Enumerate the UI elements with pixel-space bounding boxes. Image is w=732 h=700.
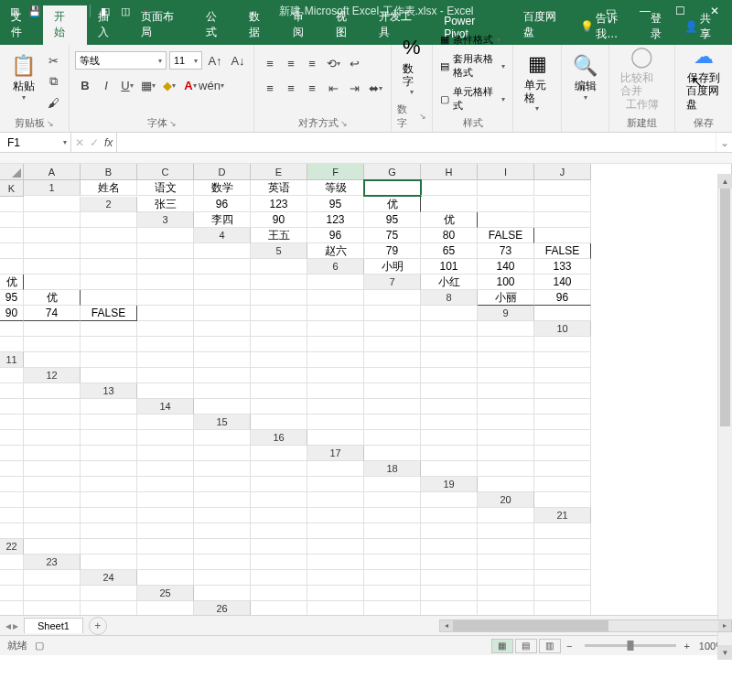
cell[interactable] [137, 523, 194, 539]
cell[interactable] [478, 180, 534, 196]
cell[interactable] [194, 508, 251, 523]
orientation-icon[interactable]: ⟲▾ [323, 53, 343, 73]
row-header[interactable]: 4 [194, 228, 251, 243]
cell[interactable]: 优 [0, 275, 24, 290]
column-header[interactable]: D [194, 164, 251, 180]
cell[interactable] [81, 212, 137, 228]
cell[interactable] [534, 539, 591, 555]
cell[interactable] [307, 523, 364, 539]
zoom-out-icon[interactable]: − [566, 641, 572, 652]
cell[interactable] [534, 570, 591, 586]
cell[interactable] [81, 461, 137, 477]
cell[interactable]: 张三 [137, 197, 194, 212]
editing-button[interactable]: 🔍编辑▾ [567, 50, 603, 105]
cell[interactable] [478, 570, 534, 586]
cell[interactable] [421, 586, 478, 601]
scroll-up-icon[interactable]: ▲ [718, 174, 732, 188]
cell[interactable] [364, 586, 421, 601]
cell[interactable] [81, 539, 137, 555]
cell[interactable] [534, 523, 591, 539]
cell[interactable]: 姓名 [81, 180, 137, 196]
cell[interactable] [307, 368, 364, 383]
cell[interactable] [478, 446, 534, 461]
cell[interactable] [0, 477, 24, 492]
cell[interactable] [0, 446, 24, 461]
cell[interactable]: 95 [307, 197, 364, 212]
expand-formula-bar-icon[interactable]: ⌄ [716, 133, 732, 152]
cell[interactable] [478, 430, 534, 446]
cell[interactable] [0, 570, 24, 586]
cell[interactable]: 语文 [137, 180, 194, 196]
cell[interactable] [137, 477, 194, 492]
row-header[interactable]: 13 [81, 383, 137, 399]
cell[interactable] [81, 523, 137, 539]
cell[interactable] [364, 601, 421, 615]
cell[interactable] [534, 399, 591, 415]
cell[interactable] [24, 461, 81, 477]
cell[interactable] [24, 197, 81, 212]
cell[interactable] [137, 555, 194, 570]
cell[interactable] [364, 415, 421, 430]
cell[interactable] [307, 290, 364, 306]
cell[interactable] [137, 352, 194, 368]
cell[interactable] [81, 555, 137, 570]
cell[interactable] [24, 586, 81, 601]
name-box[interactable]: F1▾ [0, 133, 71, 152]
cell[interactable] [307, 477, 364, 492]
cell[interactable] [251, 321, 307, 337]
cell[interactable] [0, 228, 24, 243]
cell[interactable] [137, 446, 194, 461]
cell[interactable]: 小红 [421, 275, 478, 290]
cell[interactable] [251, 290, 307, 306]
cell[interactable] [194, 430, 251, 446]
cell[interactable] [478, 523, 534, 539]
cell[interactable] [0, 243, 24, 259]
cell[interactable] [137, 492, 194, 508]
cell[interactable] [137, 275, 194, 290]
cell[interactable] [194, 383, 251, 399]
cell[interactable] [307, 399, 364, 415]
row-header[interactable]: 11 [0, 352, 24, 368]
cell[interactable] [534, 228, 591, 243]
cell[interactable] [81, 601, 137, 615]
cell[interactable] [24, 352, 81, 368]
cancel-icon[interactable]: ✕ [75, 136, 84, 149]
cell[interactable] [364, 352, 421, 368]
cell[interactable] [534, 383, 591, 399]
cell[interactable] [421, 539, 478, 555]
cell[interactable] [81, 275, 137, 290]
row-header[interactable]: 21 [534, 508, 591, 523]
cell[interactable] [24, 601, 81, 615]
cell[interactable] [24, 523, 81, 539]
cell[interactable] [81, 508, 137, 523]
cell[interactable]: 英语 [251, 180, 307, 196]
cell[interactable]: 95 [364, 212, 421, 228]
cell[interactable] [478, 212, 534, 228]
cell[interactable] [307, 337, 364, 352]
cell[interactable] [194, 321, 251, 337]
cell[interactable] [24, 243, 81, 259]
cell[interactable] [81, 290, 137, 306]
cell[interactable] [307, 586, 364, 601]
cell[interactable] [0, 601, 24, 615]
number-format-button[interactable]: % 数字▾ [397, 32, 426, 101]
cell[interactable] [137, 539, 194, 555]
cell[interactable] [194, 306, 251, 321]
cell[interactable] [24, 570, 81, 586]
cell[interactable] [0, 461, 24, 477]
cell[interactable]: 65 [421, 243, 478, 259]
select-all-corner[interactable] [0, 164, 24, 180]
decrease-font-icon[interactable]: A↓ [228, 50, 248, 70]
cell[interactable] [534, 352, 591, 368]
cell[interactable] [24, 275, 81, 290]
cell[interactable] [364, 290, 421, 306]
cell[interactable] [251, 570, 307, 586]
row-header[interactable]: 7 [364, 275, 421, 290]
cell[interactable] [0, 321, 24, 337]
cell[interactable] [0, 492, 24, 508]
cell[interactable] [0, 197, 24, 212]
column-header[interactable]: E [251, 164, 307, 180]
cell[interactable] [251, 259, 307, 275]
cell[interactable] [0, 508, 24, 523]
cell[interactable] [137, 243, 194, 259]
